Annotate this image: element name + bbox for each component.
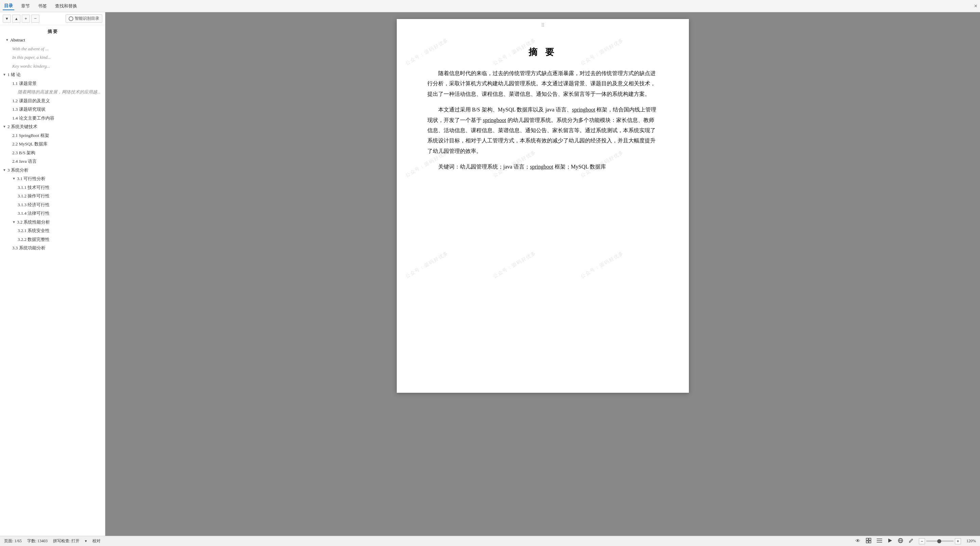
spellcheck-info: 拼写检查: 打开 (53, 538, 80, 544)
document-area: ⠿ 公众号：源码好优多 公众号：源码好优多 公众号：源码好优多 公众号：源码好优… (105, 12, 980, 536)
remove-button[interactable]: − (31, 14, 40, 23)
doc-body: 随着信息时代的来临，过去的传统管理方式缺点逐渐暴露，对过去的传统管理方式的缺点进… (427, 68, 658, 172)
toc-item-ch3-2[interactable]: ▼ 3.2 系统性能分析 (0, 218, 105, 227)
paragraph-2: 本文通过采用 B/S 架构、MySQL 数据库以及 java 语言、spring… (427, 105, 658, 156)
toc-item-abstract-p3[interactable]: Key words: kinderg... (0, 62, 105, 71)
add-button[interactable]: + (22, 14, 30, 23)
nav-down-button[interactable]: ▾ (3, 14, 11, 23)
globe-icon[interactable] (898, 538, 903, 544)
main-layout: ▾ ▴ + − 智能识别目录 摘 要 ▼ Abstract With the a… (0, 12, 980, 536)
watermark-8: 公众号：源码好优多 (492, 250, 538, 280)
document-page: ⠿ 公众号：源码好优多 公众号：源码好优多 公众号：源码好优多 公众号：源码好优… (397, 19, 689, 393)
toc-item-ch3-1[interactable]: ▼ 3.1 可行性分析 (0, 174, 105, 183)
edit-icon[interactable] (908, 538, 913, 544)
svg-rect-3 (869, 541, 871, 543)
view-icon[interactable]: 👁 (855, 538, 861, 544)
toc-label-ch2: 2 系统关键技术 (8, 123, 102, 130)
zoom-control: − + 120% (919, 538, 976, 544)
svg-marker-7 (888, 538, 892, 543)
toc-item-ch2[interactable]: ▼ 2 系统关键技术 (0, 122, 105, 131)
toc-label-ch3-1-1: 3.1.1 技术可行性 (18, 184, 102, 191)
spellcheck-toggle[interactable]: ▾ (85, 539, 87, 543)
toc-preview-abstract-3: Key words: kinderg... (12, 63, 102, 70)
toggle-ch3: ▼ (3, 167, 6, 173)
toggle-abstract: ▼ (5, 37, 9, 43)
tab-bookmark[interactable]: 书签 (37, 2, 48, 10)
toc-label-abstract: Abstract (10, 37, 102, 43)
smart-btn-label: 智能识别目录 (75, 16, 99, 21)
top-bar: 目录 章节 书签 查找和替换 × (0, 0, 980, 12)
sidebar-tree: 摘 要 ▼ Abstract With the advent of ... In… (0, 25, 105, 536)
toc-item-ch1[interactable]: ▼ 1 绪 论 (0, 70, 105, 79)
toc-item-ch3-1-4[interactable]: 3.1.4 法律可行性 (0, 209, 105, 218)
toggle-ch3-1: ▼ (12, 176, 16, 181)
toc-item-abstract-p2[interactable]: In this paper, a kind... (0, 53, 105, 62)
toc-item-ch2-1[interactable]: 2.1 SpringBoot 框架 (0, 131, 105, 140)
toc-preview-ch1-1: 随着网络的高速发展，网络技术的应用越... (18, 89, 102, 96)
smart-icon (68, 16, 73, 21)
toc-label-ch1-3: 1.3 课题研究现状 (12, 106, 102, 113)
panel-close-button[interactable]: × (974, 3, 977, 9)
toc-label-ch3: 3 系统分析 (8, 167, 102, 174)
toc-item-ch1-2[interactable]: 1.2 课题目的及意义 (0, 97, 105, 105)
nav-up-button[interactable]: ▴ (12, 14, 21, 23)
zoom-out-button[interactable]: − (919, 538, 925, 544)
toc-label-ch3-2-2: 3.2.2 数据完整性 (18, 236, 102, 243)
zoom-in-button[interactable]: + (955, 538, 961, 544)
toc-label-ch3-1-3: 3.1.3 经济可行性 (18, 202, 102, 208)
zoom-slider[interactable] (926, 541, 953, 541)
svg-rect-0 (866, 538, 868, 540)
toc-label-ch3-2-1: 3.2.1 系统安全性 (18, 227, 102, 234)
toc-item-ch3-3[interactable]: 3.3 系统功能分析 (0, 244, 105, 252)
toc-label-ch3-1: 3.1 可行性分析 (17, 175, 102, 182)
toc-item-ch2-3[interactable]: 2.3 B/S 架构 (0, 148, 105, 157)
toc-item-ch1-4[interactable]: 1.4 论文主要工作内容 (0, 114, 105, 123)
toc-item-ch1-3[interactable]: 1.3 课题研究现状 (0, 105, 105, 114)
layout-icon[interactable] (866, 538, 871, 544)
toc-label-ch2-3: 2.3 B/S 架构 (12, 150, 102, 156)
toc-label-ch1-1: 1.1 课题背景 (12, 80, 102, 87)
link-springboot-1[interactable]: springboot (572, 107, 595, 113)
sidebar: ▾ ▴ + − 智能识别目录 摘 要 ▼ Abstract With the a… (0, 12, 105, 536)
smart-toc-button[interactable]: 智能识别目录 (65, 14, 102, 23)
list-icon[interactable] (877, 538, 882, 544)
toc-label-ch3-2: 3.2 系统性能分析 (17, 219, 102, 226)
status-bar: 页面: 1/65 字数: 13403 拼写检查: 打开 ▾ 校对 👁 (0, 536, 980, 546)
toc-summary-label: 摘 要 (0, 27, 105, 36)
watermark-9: 公众号：源码好优多 (579, 250, 625, 280)
keyword-line: 关键词：幼儿园管理系统；java 语言；springboot 框架；MySQL … (427, 162, 658, 172)
tab-toc[interactable]: 目录 (3, 2, 14, 10)
toc-item-ch3-2-2[interactable]: 3.2.2 数据完整性 (0, 235, 105, 244)
play-icon[interactable] (888, 538, 892, 544)
word-count: 字数: 13403 (27, 538, 48, 544)
proofread-label[interactable]: 校对 (92, 538, 100, 544)
drag-handle[interactable]: ⠿ (541, 22, 544, 28)
tab-findreplace[interactable]: 查找和替换 (54, 2, 78, 10)
toc-item-ch1-1-p[interactable]: 随着网络的高速发展，网络技术的应用越... (0, 88, 105, 97)
toc-item-abstract[interactable]: ▼ Abstract (0, 36, 105, 45)
toc-item-ch2-4[interactable]: 2.4 Java 语言 (0, 157, 105, 166)
link-springboot-2[interactable]: springboot (483, 117, 506, 123)
link-springboot-kw[interactable]: springboot (530, 164, 553, 170)
toc-item-ch3-2-1[interactable]: 3.2.1 系统安全性 (0, 226, 105, 235)
toc-item-ch3-1-3[interactable]: 3.1.3 经济可行性 (0, 201, 105, 209)
toc-label-ch3-3: 3.3 系统功能分析 (12, 245, 102, 252)
tab-chapter[interactable]: 章节 (20, 2, 31, 10)
sidebar-toolbar: ▾ ▴ + − 智能识别目录 (0, 12, 105, 25)
toc-item-ch3[interactable]: ▼ 3 系统分析 (0, 166, 105, 175)
toggle-ch2: ▼ (3, 124, 6, 129)
toggle-ch1: ▼ (3, 72, 6, 77)
toc-item-abstract-p1[interactable]: With the advent of ... (0, 45, 105, 53)
toc-label-ch1: 1 绪 论 (8, 72, 102, 78)
doc-title: 摘 要 (427, 46, 658, 58)
toc-item-ch1-1[interactable]: 1.1 课题背景 (0, 79, 105, 88)
page-info: 页面: 1/65 (4, 538, 22, 544)
toc-item-ch3-1-1[interactable]: 3.1.1 技术可行性 (0, 183, 105, 192)
zoom-value: 120% (963, 538, 976, 544)
toc-item-ch3-1-2[interactable]: 3.1.2 操作可行性 (0, 192, 105, 201)
toc-item-ch2-2[interactable]: 2.2 MySQL 数据库 (0, 140, 105, 148)
toc-label-ch2-4: 2.4 Java 语言 (12, 158, 102, 165)
toc-label-ch3-1-4: 3.1.4 法律可行性 (18, 210, 102, 217)
watermark-7: 公众号：源码好优多 (404, 250, 450, 280)
toc-preview-abstract-1: With the advent of ... (12, 46, 102, 53)
